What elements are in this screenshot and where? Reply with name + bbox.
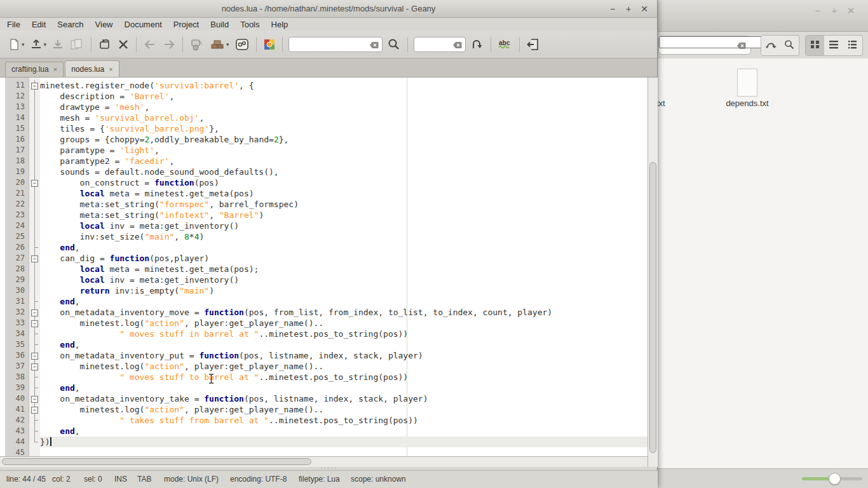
menu-view[interactable]: View: [90, 19, 119, 30]
code-line[interactable]: inv:set_size("main", 8*4): [40, 231, 648, 242]
zoom-slider-handle[interactable]: [829, 473, 841, 485]
execute-button[interactable]: [233, 36, 252, 53]
fm-search-field[interactable]: [659, 36, 774, 48]
maximize-button[interactable]: +: [622, 3, 635, 15]
find-button[interactable]: [385, 36, 403, 53]
fold-toggle-icon[interactable]: [29, 404, 40, 415]
code-line[interactable]: minetest.log("action", player:get_player…: [40, 318, 648, 329]
spell-check-button[interactable]: abc: [496, 36, 515, 53]
code-line[interactable]: minetest.log("action", player:get_player…: [40, 361, 648, 372]
code-line[interactable]: meta:set_string("formspec", barrel_forms…: [40, 199, 648, 210]
fold-toggle-icon[interactable]: [29, 361, 40, 372]
code-line[interactable]: description = 'Barrel',: [40, 91, 648, 102]
fm-titlebar[interactable]: − + ✕: [654, 0, 868, 32]
code-line[interactable]: end,: [40, 242, 648, 253]
fold-toggle-icon[interactable]: [29, 350, 40, 361]
build-button[interactable]: ▾: [208, 36, 231, 53]
view-list-button[interactable]: [824, 35, 844, 56]
menu-file[interactable]: File: [1, 19, 26, 30]
code-line[interactable]: " moves stuff in barrel at "..minetest.p…: [40, 329, 648, 339]
code-line[interactable]: return inv:is_empty("main"): [40, 285, 648, 296]
tab-nodes.lua[interactable]: nodes.lua×: [65, 60, 119, 77]
code-line[interactable]: sounds = default.node_sound_wood_default…: [40, 166, 648, 177]
menu-search[interactable]: Search: [51, 19, 89, 30]
fm-file-area[interactable]: txt depends.txt: [654, 58, 868, 468]
code-line[interactable]: end,: [40, 296, 648, 307]
fold-toggle-icon[interactable]: [29, 393, 40, 404]
search-entry-field[interactable]: [292, 38, 368, 51]
chevron-down-icon[interactable]: ▾: [22, 41, 25, 48]
menu-document[interactable]: Document: [119, 19, 168, 30]
close-document-button[interactable]: [115, 36, 132, 53]
search-entry[interactable]: [288, 37, 383, 52]
code-line[interactable]: on_metadata_inventory_move = function(po…: [40, 307, 648, 318]
clear-icon[interactable]: [369, 40, 379, 50]
code-line[interactable]: minetest.log("action", player:get_player…: [40, 404, 648, 415]
fm-close-button[interactable]: ✕: [844, 4, 858, 18]
code-line[interactable]: end,: [40, 426, 648, 437]
quit-button[interactable]: [524, 36, 542, 53]
horizontal-scrollbar-thumb[interactable]: [2, 458, 311, 465]
code-line[interactable]: paramtype2 = 'facedir',: [40, 156, 648, 166]
fm-go-button[interactable]: [761, 35, 780, 56]
compile-button[interactable]: [187, 36, 207, 53]
fm-minimize-button[interactable]: −: [811, 4, 825, 18]
code-line[interactable]: }): [40, 437, 648, 447]
menu-edit[interactable]: Edit: [26, 19, 51, 30]
titlebar[interactable]: nodes.lua - /home/nathan/.minetest/mods/…: [0, 0, 657, 18]
code-line[interactable]: on_construct = function(pos): [40, 177, 648, 188]
menu-tools[interactable]: Tools: [234, 19, 265, 30]
vertical-scrollbar-thumb[interactable]: [649, 162, 656, 453]
fold-toggle-icon[interactable]: [29, 253, 40, 264]
code-line[interactable]: local meta = minetest.get_meta(pos);: [40, 264, 648, 274]
open-file-button[interactable]: ▾: [28, 36, 49, 53]
tab-close-icon[interactable]: ×: [53, 65, 57, 73]
menu-help[interactable]: Help: [266, 19, 294, 30]
code-line[interactable]: " moves stuff to barrel at "..minetest.p…: [40, 372, 648, 383]
chevron-down-icon[interactable]: ▾: [226, 41, 229, 48]
fold-toggle-icon[interactable]: [29, 318, 40, 329]
code-line[interactable]: local inv = meta:get_inventory(): [40, 274, 648, 285]
color-chooser-button[interactable]: [261, 36, 278, 53]
fm-search-input[interactable]: [658, 36, 751, 55]
tab-close-icon[interactable]: ×: [109, 65, 112, 73]
clear-icon[interactable]: [736, 41, 747, 51]
code-line[interactable]: meta:set_string("infotext", "Barrel"): [40, 210, 648, 220]
menu-build[interactable]: Build: [205, 19, 234, 30]
chevron-down-icon[interactable]: ▾: [44, 41, 47, 48]
code-line[interactable]: minetest.register_node('survival:barrel'…: [40, 80, 648, 91]
code-line[interactable]: end,: [40, 383, 648, 393]
new-document-button[interactable]: ▾: [6, 36, 27, 53]
code-line[interactable]: on_metadata_inventory_take = function(po…: [40, 393, 648, 404]
jump-to-line-button[interactable]: [468, 36, 486, 53]
code-line[interactable]: groups = {choppy=2,oddly_breakable_by_ha…: [40, 134, 648, 145]
tab-crafting.lua[interactable]: crafting.lua×: [5, 62, 64, 77]
editor[interactable]: 11minetest.register_node('survival:barre…: [0, 78, 648, 456]
code-line[interactable]: [40, 447, 648, 456]
code-line[interactable]: end,: [40, 339, 648, 350]
zoom-slider[interactable]: [802, 477, 862, 480]
goto-line-entry[interactable]: [414, 37, 466, 52]
close-button[interactable]: ✕: [638, 3, 651, 15]
minimize-button[interactable]: −: [606, 3, 619, 15]
clear-icon[interactable]: [452, 40, 463, 50]
fold-toggle-icon[interactable]: [29, 177, 40, 188]
vertical-scrollbar[interactable]: [648, 78, 658, 467]
menu-project[interactable]: Project: [168, 19, 205, 30]
code-line[interactable]: " takes stuff from barrel at "..minetest…: [40, 415, 648, 426]
code-line[interactable]: local meta = minetest.get_meta(pos): [40, 188, 648, 199]
view-grid-button[interactable]: [805, 35, 825, 56]
fm-maximize-button[interactable]: +: [827, 4, 841, 18]
code-line[interactable]: paramtype = 'light',: [40, 145, 648, 156]
fm-find-button[interactable]: [780, 35, 799, 56]
fold-toggle-icon[interactable]: [29, 80, 40, 91]
view-compact-button[interactable]: [843, 35, 863, 56]
code-line[interactable]: mesh = 'survival_barrel.obj',: [40, 112, 648, 123]
code-line[interactable]: can_dig = function(pos,player): [40, 253, 648, 264]
code-line[interactable]: tiles = {'survival_barrel.png'},: [40, 123, 648, 134]
code-line[interactable]: drawtype = 'mesh',: [40, 102, 648, 112]
goto-line-entry-field[interactable]: [417, 38, 451, 51]
fold-toggle-icon[interactable]: [29, 307, 40, 318]
revert-button[interactable]: [96, 36, 114, 53]
code-line[interactable]: on_metadata_inventory_put = function(pos…: [40, 350, 648, 361]
